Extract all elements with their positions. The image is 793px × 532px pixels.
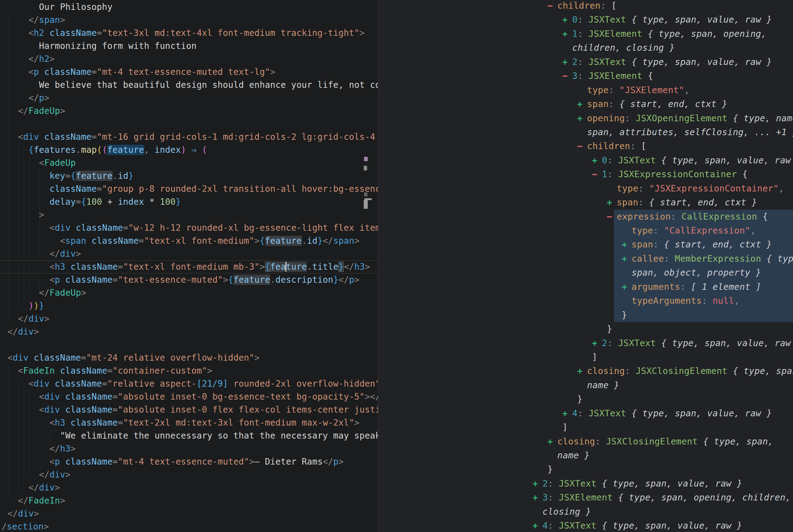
code-editor-panel[interactable]: Our Philosophy</span><h2 className="text… — [0, 0, 378, 532]
code-line[interactable]: </div> — [0, 247, 378, 261]
code-line[interactable]: <p className="mt-4 text-essence-muted">—… — [0, 455, 378, 468]
ast-row[interactable]: +4: JSXText { type, span, value, raw } — [379, 519, 793, 532]
ast-row[interactable]: } — [379, 322, 793, 336]
code-line[interactable] — [0, 117, 378, 131]
code-line[interactable]: </FadeUp> — [0, 286, 378, 299]
code-line[interactable]: </FadeUp> — [0, 104, 378, 117]
ast-row[interactable]: +3: JSXElement { type, span, opening, ch… — [379, 491, 793, 505]
ast-row-highlighted[interactable]: +arguments: [ 1 element ] — [379, 280, 793, 294]
ast-row[interactable]: +4: JSXText { type, span, value, raw } — [379, 406, 793, 420]
code-line[interactable]: ))} — [0, 299, 378, 312]
ast-row[interactable]: name } — [379, 378, 793, 392]
expand-toggle-icon[interactable]: + — [533, 519, 542, 532]
ast-row[interactable]: ] — [379, 420, 793, 434]
code-line[interactable]: <div className="w-12 h-12 rounded-xl bg-… — [0, 222, 378, 234]
expand-toggle-icon[interactable]: + — [562, 55, 572, 69]
ast-row[interactable]: name } — [379, 449, 793, 462]
expand-toggle-icon[interactable]: + — [622, 238, 632, 251]
code-line[interactable]: <div className="mt-16 grid grid-cols-1 m… — [0, 131, 378, 144]
ast-row[interactable]: +1: JSXElement { type, span, opening, — [379, 27, 793, 41]
ast-row-highlighted[interactable]: −expression: CallExpression { — [379, 210, 793, 224]
code-line[interactable]: <FadeUp — [0, 156, 378, 170]
code-line[interactable]: Our Philosophy — [0, 1, 378, 14]
code-line[interactable]: > — [0, 208, 378, 222]
expand-toggle-icon[interactable]: + — [607, 195, 617, 209]
ast-row-highlighted[interactable]: type: "CallExpression", — [379, 224, 793, 238]
ast-row[interactable]: +2: JSXText { type, span, value, raw } — [379, 336, 793, 350]
ast-row[interactable]: −1: JSXExpressionContainer { — [379, 167, 793, 181]
code-line[interactable]: </p> — [0, 92, 378, 104]
ast-row[interactable]: +2: JSXText { type, span, value, raw } — [379, 55, 793, 69]
ast-row[interactable]: +0: JSXText { type, span, value, raw } — [379, 13, 793, 26]
code-line[interactable]: <div className="mt-24 relative overflow-… — [0, 352, 378, 364]
expand-toggle-icon[interactable]: + — [562, 27, 572, 41]
code-line[interactable]: </FadeIn> — [0, 494, 378, 507]
ast-row-highlighted[interactable]: typeArguments: null, — [379, 294, 793, 308]
ast-row-highlighted[interactable]: +span: { start, end, ctxt } — [379, 238, 793, 251]
expand-toggle-icon[interactable]: + — [577, 364, 587, 378]
collapse-toggle-icon[interactable]: − — [547, 0, 557, 13]
code-line[interactable]: className="group p-8 rounded-2xl transit… — [0, 183, 378, 195]
expand-toggle-icon[interactable]: + — [562, 406, 572, 420]
ast-row[interactable]: span, attributes, selfClosing, ... +1 } — [379, 125, 793, 139]
code-line[interactable]: key={feature.id} — [0, 170, 378, 183]
code-line[interactable]: </div> — [0, 312, 378, 325]
code-line[interactable]: </div> — [0, 481, 378, 494]
ast-row[interactable]: } — [379, 392, 793, 406]
ast-row[interactable]: children, closing } — [379, 41, 793, 55]
ast-row[interactable]: +closing: JSXClosingElement { type, span… — [379, 435, 793, 449]
code-line-current[interactable]: <h3 className="text-xl font-medium mb-3"… — [0, 261, 378, 273]
ast-row[interactable]: ] — [379, 350, 793, 364]
code-line[interactable] — [0, 338, 378, 352]
code-line[interactable]: <div className="relative aspect-[21/9] r… — [0, 377, 378, 390]
ast-row[interactable]: +span: { start, end, ctxt } — [379, 97, 793, 111]
expand-toggle-icon[interactable]: + — [533, 477, 542, 491]
ast-row[interactable]: closing } — [379, 505, 793, 519]
code-line[interactable]: <FadeIn className="container-custom"> — [0, 364, 378, 377]
code-line[interactable]: {features.map((feature, index) ⇒ ( — [0, 144, 378, 156]
code-line[interactable]: </h2> — [0, 53, 378, 65]
ast-row-highlighted[interactable]: span, object, property } — [379, 266, 793, 280]
collapse-toggle-icon[interactable]: − — [562, 69, 572, 83]
code-line[interactable]: </h3> — [0, 442, 378, 455]
code-line[interactable]: </div> — [0, 507, 378, 520]
expand-toggle-icon[interactable]: + — [562, 13, 572, 26]
code-line[interactable]: <h3 className="text-2xl md:text-3xl font… — [0, 416, 378, 429]
ast-row[interactable]: type: "JSXElement", — [379, 83, 793, 97]
code-line[interactable]: </span> — [0, 14, 378, 26]
ast-row[interactable]: +0: JSXText { type, span, value, raw } — [379, 153, 793, 167]
ast-row[interactable]: } — [379, 462, 793, 476]
expand-toggle-icon[interactable]: + — [533, 491, 542, 505]
ast-row[interactable]: +span: { start, end, ctxt } — [379, 195, 793, 209]
ast-row-highlighted[interactable]: } — [379, 308, 793, 322]
expand-toggle-icon[interactable]: + — [622, 252, 632, 266]
ast-row-highlighted[interactable]: +callee: MemberExpression { type, — [379, 252, 793, 266]
code-line[interactable]: </div> — [0, 325, 378, 338]
ast-row[interactable]: +closing: JSXClosingElement { type, span… — [379, 364, 793, 378]
code-line[interactable]: /section> — [0, 520, 378, 532]
code-line[interactable]: <div className="absolute inset-0 flex fl… — [0, 403, 378, 416]
code-line[interactable]: "We eliminate the unnecessary so that th… — [0, 429, 378, 442]
code-line[interactable]: <p className="text-essence-muted">{featu… — [0, 273, 378, 286]
expand-toggle-icon[interactable]: + — [622, 280, 632, 294]
code-line[interactable]: delay={100 + index * 100} — [0, 195, 378, 208]
collapse-toggle-icon[interactable]: − — [592, 167, 602, 181]
expand-toggle-icon[interactable]: + — [547, 435, 557, 449]
expand-toggle-icon[interactable]: + — [592, 153, 602, 167]
ast-row[interactable]: +2: JSXText { type, span, value, raw } — [379, 477, 793, 491]
collapse-toggle-icon[interactable]: − — [607, 210, 617, 224]
ast-row[interactable]: −children: [ — [379, 139, 793, 153]
ast-row[interactable]: +opening: JSXOpeningElement { type, name… — [379, 111, 793, 125]
code-line[interactable]: We believe that beautiful design should … — [0, 79, 378, 92]
code-line[interactable]: </div> — [0, 468, 378, 481]
expand-toggle-icon[interactable]: + — [577, 111, 587, 125]
expand-toggle-icon[interactable]: + — [592, 336, 602, 350]
code-line[interactable]: <h2 className="text-3xl md:text-4xl font… — [0, 26, 378, 40]
ast-row[interactable]: type: "JSXExpressionContainer", — [379, 182, 793, 195]
code-line[interactable]: <p className="mt-4 text-essence-muted te… — [0, 65, 378, 79]
collapse-toggle-icon[interactable]: − — [577, 139, 587, 153]
code-line[interactable]: <div className="absolute inset-0 bg-esse… — [0, 390, 378, 403]
code-line[interactable]: <span className="text-xl font-medium">{f… — [0, 234, 378, 247]
ast-explorer-panel[interactable]: −children: [+0: JSXText { type, span, va… — [379, 0, 793, 532]
expand-toggle-icon[interactable]: + — [577, 97, 587, 111]
